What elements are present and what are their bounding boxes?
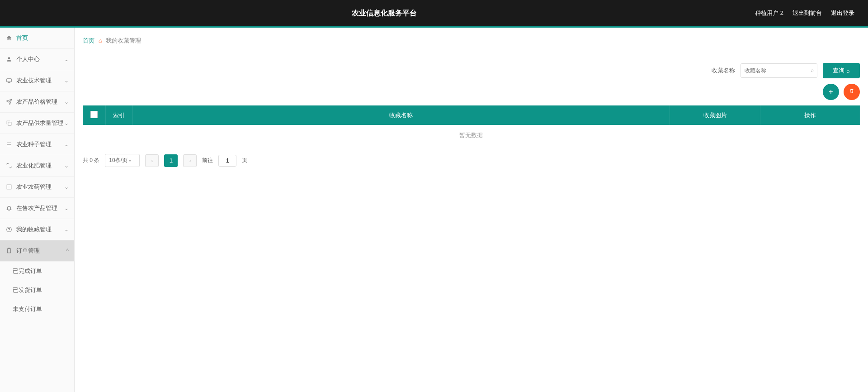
sidebar: 首页 个人中心 农业技术管理 农产品价格管理 农产品供求量管理 农业种子管理 农… — [0, 28, 75, 392]
sidebar-label: 个人中心 — [16, 55, 40, 63]
col-index: 索引 — [105, 105, 132, 125]
sidebar-label: 农业化肥管理 — [16, 162, 52, 170]
total-text: 共 0 条 — [83, 157, 99, 164]
pagination: 共 0 条 10条/页 ▾ ‹ 1 › 前往 页 — [83, 154, 860, 167]
sidebar-label: 我的收藏管理 — [16, 225, 52, 234]
send-icon — [5, 98, 13, 105]
breadcrumb: 首页 ⌂ 我的收藏管理 — [83, 32, 860, 49]
query-label: 查询 — [833, 67, 844, 75]
sidebar-item-orders[interactable]: 订单管理 — [0, 240, 74, 262]
action-row: + — [83, 84, 860, 100]
expand-icon — [5, 162, 13, 169]
svg-rect-4 — [8, 249, 11, 253]
bell-icon — [5, 205, 13, 212]
magnify-icon: ⌕ — [846, 67, 850, 74]
sidebar-label: 在售农产品管理 — [16, 204, 57, 212]
goto-input[interactable] — [218, 155, 236, 167]
sidebar-item-tech[interactable]: 农业技术管理 — [0, 70, 74, 91]
main-content: 首页 ⌂ 我的收藏管理 收藏名称 ⌕ 查询 ⌕ + 索引 — [75, 28, 868, 392]
search-label: 收藏名称 — [712, 67, 735, 75]
goto-suffix: 页 — [242, 157, 247, 164]
sidebar-label: 农产品供求量管理 — [16, 119, 63, 127]
sub-item-shipped[interactable]: 已发货订单 — [0, 281, 74, 300]
svg-rect-2 — [7, 185, 11, 189]
sidebar-item-personal[interactable]: 个人中心 — [0, 49, 74, 70]
search-input[interactable] — [741, 63, 817, 78]
sub-item-done[interactable]: 已完成订单 — [0, 262, 74, 281]
message-icon — [5, 77, 13, 84]
col-pic: 收藏图片 — [670, 105, 760, 125]
home-crumb-icon: ⌂ — [99, 37, 102, 44]
user-label[interactable]: 种植用户 2 — [755, 9, 783, 17]
box-icon — [5, 183, 13, 191]
col-checkbox — [83, 105, 105, 125]
delete-button[interactable] — [844, 84, 860, 100]
table-empty-row: 暂无数据 — [83, 125, 860, 146]
sidebar-item-supply[interactable]: 农产品供求量管理 — [0, 113, 74, 134]
list-icon — [5, 141, 13, 148]
sidebar-item-sale[interactable]: 在售农产品管理 — [0, 198, 74, 219]
header-actions: 种植用户 2 退出到前台 退出登录 — [755, 9, 854, 17]
query-button[interactable]: 查询 ⌕ — [823, 63, 860, 78]
copy-icon — [5, 120, 13, 127]
search-icon: ⌕ — [811, 67, 814, 73]
prev-page-button[interactable]: ‹ — [145, 154, 159, 167]
page-1-button[interactable]: 1 — [164, 154, 178, 167]
sidebar-label: 农产品价格管理 — [16, 98, 57, 106]
plus-icon: + — [829, 88, 833, 96]
empty-text: 暂无数据 — [83, 125, 860, 146]
sidebar-label: 农业种子管理 — [16, 140, 52, 148]
app-title: 农业信息化服务平台 — [14, 9, 755, 18]
home-icon — [5, 34, 13, 42]
clipboard-icon — [5, 247, 13, 254]
header-bar: 农业信息化服务平台 种植用户 2 退出到前台 退出登录 — [0, 0, 868, 26]
sidebar-item-favorites[interactable]: 我的收藏管理 — [0, 219, 74, 240]
goto-prefix: 前往 — [202, 157, 213, 164]
next-page-button[interactable]: › — [183, 154, 197, 167]
sidebar-item-pesticide[interactable]: 农业农药管理 — [0, 177, 74, 198]
data-table: 索引 收藏名称 收藏图片 操作 暂无数据 — [83, 105, 860, 146]
sub-item-unpaid[interactable]: 未支付订单 — [0, 300, 74, 319]
trash-icon — [849, 88, 855, 96]
user-icon — [5, 56, 13, 63]
sidebar-label: 订单管理 — [16, 247, 40, 255]
col-op: 操作 — [760, 105, 860, 125]
help-icon — [5, 226, 13, 233]
sidebar-item-fertilizer[interactable]: 农业化肥管理 — [0, 155, 74, 177]
sidebar-item-price[interactable]: 农产品价格管理 — [0, 91, 74, 113]
select-all-checkbox[interactable] — [90, 111, 98, 118]
logout-link[interactable]: 退出登录 — [831, 9, 854, 17]
svg-rect-1 — [8, 122, 11, 125]
svg-rect-0 — [7, 79, 12, 82]
add-button[interactable]: + — [823, 84, 839, 100]
to-front-link[interactable]: 退出到前台 — [793, 9, 822, 17]
search-row: 收藏名称 ⌕ 查询 ⌕ — [83, 63, 860, 78]
breadcrumb-home[interactable]: 首页 — [83, 37, 94, 44]
sidebar-label: 首页 — [16, 34, 28, 42]
breadcrumb-current: 我的收藏管理 — [106, 37, 141, 44]
col-name: 收藏名称 — [132, 105, 670, 125]
chevron-down-icon: ▾ — [129, 158, 131, 163]
sidebar-item-home[interactable]: 首页 — [0, 28, 74, 49]
page-size-select[interactable]: 10条/页 ▾ — [105, 154, 140, 167]
sidebar-item-seed[interactable]: 农业种子管理 — [0, 134, 74, 155]
sidebar-label: 农业农药管理 — [16, 183, 52, 191]
sidebar-label: 农业技术管理 — [16, 76, 52, 85]
